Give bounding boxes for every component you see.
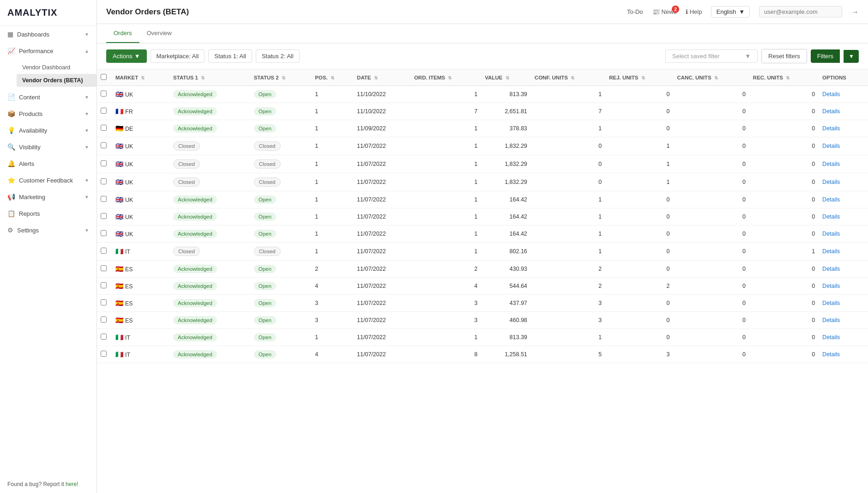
details-link[interactable]: Details (822, 266, 840, 272)
details-link[interactable]: Details (822, 213, 840, 220)
reset-filters-button[interactable]: Reset filters (761, 49, 807, 63)
row-checkbox[interactable] (101, 196, 107, 202)
filters-button[interactable]: Filters (811, 49, 840, 63)
col-header-canc-units[interactable]: CANC. UNITS ⇅ (673, 69, 749, 86)
sidebar-item-reports[interactable]: 📋 Reports (0, 205, 96, 222)
options-cell[interactable]: Details (819, 243, 868, 261)
saved-filter-selector[interactable]: Select saved filter ▼ (665, 49, 758, 63)
options-cell[interactable]: Details (819, 346, 868, 363)
row-checkbox-cell[interactable] (97, 278, 112, 295)
details-link[interactable]: Details (822, 248, 840, 255)
sidebar-item-vendor-dashboard[interactable]: Vendor Dashboard (17, 61, 96, 74)
options-cell[interactable]: Details (819, 173, 868, 191)
sidebar-item-vendor-orders[interactable]: Vendor Orders (BETA) (17, 74, 96, 87)
row-checkbox[interactable] (101, 265, 107, 271)
row-checkbox-cell[interactable] (97, 225, 112, 243)
row-checkbox[interactable] (101, 108, 107, 114)
row-checkbox-cell[interactable] (97, 137, 112, 155)
details-link[interactable]: Details (822, 196, 840, 203)
details-link[interactable]: Details (822, 300, 840, 306)
tab-orders[interactable]: Orders (106, 24, 139, 43)
sidebar-item-visibility[interactable]: 🔍 Visibility ▼ (0, 139, 96, 155)
filters-caret-button[interactable]: ▼ (844, 50, 859, 63)
row-checkbox[interactable] (101, 230, 107, 236)
col-header-status1[interactable]: STATUS 1 ⇅ (169, 69, 250, 86)
row-checkbox[interactable] (101, 299, 107, 305)
sidebar-item-availability[interactable]: 💡 Availability ▼ (0, 122, 96, 139)
sidebar-item-marketing[interactable]: 📢 Marketing ▼ (0, 189, 96, 205)
row-checkbox[interactable] (101, 125, 107, 131)
options-cell[interactable]: Details (819, 225, 868, 243)
language-selector[interactable]: English ▼ (711, 6, 750, 18)
col-header-market[interactable]: MARKET ⇅ (112, 69, 169, 86)
options-cell[interactable]: Details (819, 86, 868, 103)
options-cell[interactable]: Details (819, 208, 868, 225)
sidebar-item-settings[interactable]: ⚙ Settings ▼ (0, 222, 96, 238)
row-checkbox-cell[interactable] (97, 243, 112, 261)
row-checkbox[interactable] (101, 91, 107, 97)
row-checkbox-cell[interactable] (97, 173, 112, 191)
col-header-ord-items[interactable]: ORD. ITEMS ⇅ (410, 69, 481, 86)
row-checkbox[interactable] (101, 282, 107, 288)
details-link[interactable]: Details (822, 91, 840, 97)
col-header-pos[interactable]: POS. ⇅ (311, 69, 353, 86)
options-cell[interactable]: Details (819, 312, 868, 329)
details-link[interactable]: Details (822, 231, 840, 237)
row-checkbox-cell[interactable] (97, 103, 112, 120)
row-checkbox-cell[interactable] (97, 346, 112, 363)
row-checkbox-cell[interactable] (97, 329, 112, 346)
row-checkbox-cell[interactable] (97, 86, 112, 103)
col-header-rec-units[interactable]: REC. UNITS ⇅ (749, 69, 819, 86)
details-link[interactable]: Details (822, 161, 840, 167)
sidebar-item-alerts[interactable]: 🔔 Alerts (0, 155, 96, 172)
sidebar-item-content[interactable]: 📄 Content ▼ (0, 89, 96, 105)
row-checkbox[interactable] (101, 334, 107, 340)
col-header-rej-units[interactable]: REJ. UNITS ⇅ (605, 69, 673, 86)
news-button[interactable]: 📰 News 2 (652, 8, 677, 15)
row-checkbox-cell[interactable] (97, 120, 112, 137)
status2-filter[interactable]: Status 2: All (256, 49, 300, 63)
col-header-date[interactable]: DATE ⇅ (353, 69, 410, 86)
options-cell[interactable]: Details (819, 329, 868, 346)
details-link[interactable]: Details (822, 317, 840, 323)
user-field[interactable] (759, 6, 842, 18)
bug-report-link[interactable]: here! (66, 481, 78, 487)
row-checkbox[interactable] (101, 316, 107, 323)
row-checkbox-cell[interactable] (97, 295, 112, 312)
row-checkbox-cell[interactable] (97, 208, 112, 225)
options-cell[interactable]: Details (819, 191, 868, 208)
col-header-status2[interactable]: STATUS 2 ⇅ (250, 69, 312, 86)
details-link[interactable]: Details (822, 143, 840, 149)
details-link[interactable]: Details (822, 351, 840, 358)
todo-link[interactable]: To-Do (627, 8, 643, 15)
help-button[interactable]: ℹ Help (686, 8, 702, 15)
options-cell[interactable]: Details (819, 295, 868, 312)
details-link[interactable]: Details (822, 179, 840, 185)
options-cell[interactable]: Details (819, 155, 868, 173)
details-link[interactable]: Details (822, 125, 840, 132)
actions-button[interactable]: Actions ▼ (106, 49, 147, 63)
sidebar-item-dashboards[interactable]: ▦ Dashboards ▼ (0, 26, 96, 43)
details-link[interactable]: Details (822, 108, 840, 115)
row-checkbox[interactable] (101, 160, 107, 166)
details-link[interactable]: Details (822, 334, 840, 341)
options-cell[interactable]: Details (819, 120, 868, 137)
options-cell[interactable]: Details (819, 278, 868, 295)
logout-button[interactable]: → (851, 8, 859, 16)
col-header-value[interactable]: VALUE ⇅ (481, 69, 531, 86)
col-header-conf-units[interactable]: CONF. UNITS ⇅ (531, 69, 605, 86)
details-link[interactable]: Details (822, 283, 840, 289)
options-cell[interactable]: Details (819, 137, 868, 155)
row-checkbox[interactable] (101, 178, 107, 184)
row-checkbox[interactable] (101, 248, 107, 254)
row-checkbox[interactable] (101, 351, 107, 357)
select-all-header[interactable] (97, 69, 112, 86)
row-checkbox[interactable] (101, 213, 107, 219)
options-cell[interactable]: Details (819, 103, 868, 120)
tab-overview[interactable]: Overview (139, 24, 179, 43)
sidebar-item-customer-feedback[interactable]: ⭐ Customer Feedback ▼ (0, 172, 96, 189)
row-checkbox-cell[interactable] (97, 312, 112, 329)
row-checkbox-cell[interactable] (97, 155, 112, 173)
row-checkbox[interactable] (101, 142, 107, 148)
sidebar-item-performance[interactable]: 📈 Performance ▲ (0, 43, 96, 59)
